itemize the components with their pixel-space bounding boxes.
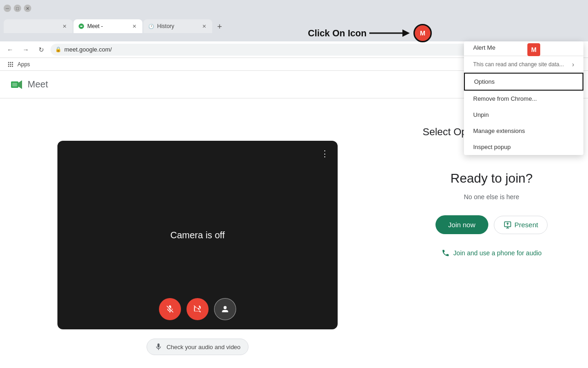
video-top-right: ⋮ [317,146,332,161]
tab-meet-title: Meet - [87,23,128,29]
present-label: Present [514,221,538,229]
minimize-button[interactable]: ─ [4,5,11,12]
tab-blank-close[interactable]: ✕ [61,23,68,30]
tab-meet[interactable]: Meet - ✕ [74,19,142,33]
tabs-bar: ✕ Meet - ✕ 🕐 History ✕ + [0,17,588,33]
tab-meet-close[interactable]: ✕ [130,23,138,30]
svg-rect-12 [12,62,13,63]
context-menu-unpin[interactable]: Unpin [464,107,583,123]
back-button[interactable]: ← [4,43,17,56]
maximize-button[interactable]: □ [14,5,21,12]
context-menu: Alert Me This can read and change site d… [464,41,583,155]
video-more-options[interactable]: ⋮ [317,146,332,161]
tab-history-close[interactable]: ✕ [200,23,208,30]
present-button[interactable]: Present [494,216,548,234]
context-menu-remove-from-chrome[interactable]: Remove from Chrome... [464,91,583,107]
url-text: meet.google.com/ [64,46,112,53]
join-actions: Join now Present [435,215,548,234]
context-menu-inspect-popup[interactable]: Inspect popup [464,139,583,155]
meet-logo-icon [9,77,24,92]
tab-blank[interactable]: ✕ [4,19,73,33]
title-bar: ─ □ ✕ [0,0,588,17]
check-audio-label: Check your audio and video [166,344,240,351]
svg-rect-23 [12,83,17,86]
meet-logo-text: Meet [28,79,48,90]
check-audio-video-button[interactable]: Check your audio and video [147,339,248,355]
video-container: Camera is off ⋮ [57,141,338,329]
tab-history-title: History [157,23,198,29]
apps-label: Apps [17,61,30,68]
camera-off-text: Camera is off [170,230,225,241]
svg-rect-11 [10,62,11,63]
arrow-icon [369,27,411,40]
meet-favicon [78,23,85,29]
svg-marker-26 [402,29,410,37]
phone-audio-label: Join and use a phone for audio [453,249,542,257]
join-now-button[interactable]: Join now [435,215,488,234]
address-bar[interactable]: 🔒 meet.google.com/ [51,44,506,56]
click-on-icon-annotation: Click On Icon M [308,24,432,42]
mute-mic-button[interactable] [159,298,181,320]
history-favicon: 🕐 [148,23,154,29]
svg-rect-13 [8,63,9,64]
forward-button[interactable]: → [19,43,32,56]
svg-rect-17 [10,65,11,66]
svg-point-24 [224,306,227,309]
phone-icon [441,249,450,257]
tab-history[interactable]: 🕐 History ✕ [143,19,212,33]
browser-chrome: ─ □ ✕ ✕ Meet - ✕ 🕐 History ✕ [0,0,588,41]
video-panel: Camera is off ⋮ [0,98,395,368]
reload-button[interactable]: ↻ [35,43,48,56]
svg-rect-10 [8,62,9,63]
turn-off-camera-button[interactable] [187,298,209,320]
background-effects-button[interactable] [214,298,236,320]
svg-rect-14 [10,63,11,64]
close-button[interactable]: ✕ [24,5,31,12]
lock-icon: 🔒 [55,46,62,52]
no-one-else-text: No one else is here [464,193,520,201]
svg-rect-16 [8,65,9,66]
video-controls [159,298,236,320]
context-menu-options[interactable]: Options [464,73,583,91]
svg-rect-18 [12,65,13,66]
meet-logo: Meet [9,77,48,92]
circled-extension-icon: M [413,24,432,42]
new-tab-button[interactable]: + [213,20,226,33]
phone-audio-link[interactable]: Join and use a phone for audio [441,249,542,257]
check-audio-icon [154,343,163,351]
context-menu-manage-extensions[interactable]: Manage extensions [464,123,583,139]
alert-me-item[interactable]: Alert Me [464,41,583,56]
chevron-right-icon: › [572,61,574,68]
ready-to-join-title: Ready to join? [450,171,532,186]
window-controls: ─ □ ✕ [4,5,31,12]
click-on-icon-text: Click On Icon [308,28,367,39]
svg-marker-22 [18,80,22,89]
present-icon [503,221,512,229]
apps-grid-icon [7,61,14,68]
extension-icon[interactable]: M [527,43,540,56]
context-menu-read-change[interactable]: This can read and change site data... › [464,56,583,73]
svg-rect-15 [12,63,13,64]
